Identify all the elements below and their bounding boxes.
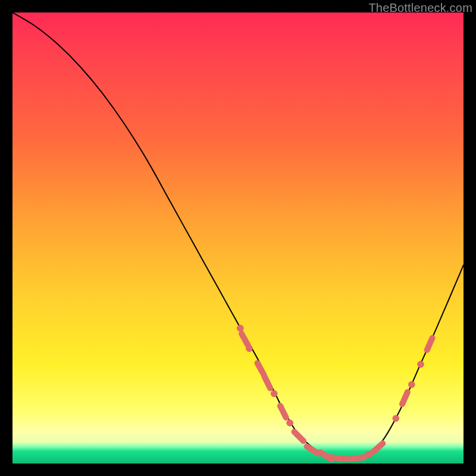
chart-marker-dot bbox=[246, 345, 252, 352]
chart-marker-dot bbox=[237, 325, 243, 331]
chart-marker-dash bbox=[258, 363, 264, 374]
chart-marker-dash bbox=[427, 338, 433, 350]
chart-svg bbox=[12, 12, 464, 464]
bottleneck-curve bbox=[12, 12, 464, 459]
chart-marker-dash bbox=[351, 458, 364, 459]
chart-marker-dash bbox=[295, 432, 304, 441]
chart-marker-dash bbox=[402, 392, 408, 404]
chart-marker-dash bbox=[373, 443, 383, 452]
chart-marker-dash bbox=[242, 334, 248, 345]
chart-marker-dot bbox=[408, 381, 415, 388]
plot-area bbox=[12, 12, 464, 464]
chart-marker-dash bbox=[280, 406, 286, 418]
chart-markers bbox=[237, 325, 432, 462]
chart-marker-dash bbox=[331, 458, 344, 459]
chart-marker-dot bbox=[393, 415, 399, 422]
chart-marker-dash bbox=[307, 446, 318, 453]
chart-marker-dot bbox=[417, 361, 424, 368]
chart-marker-dot bbox=[271, 390, 277, 397]
chart-marker-dash bbox=[264, 377, 270, 389]
chart-stage: TheBottleneck.com bbox=[0, 0, 476, 476]
chart-marker-dot bbox=[287, 419, 293, 426]
